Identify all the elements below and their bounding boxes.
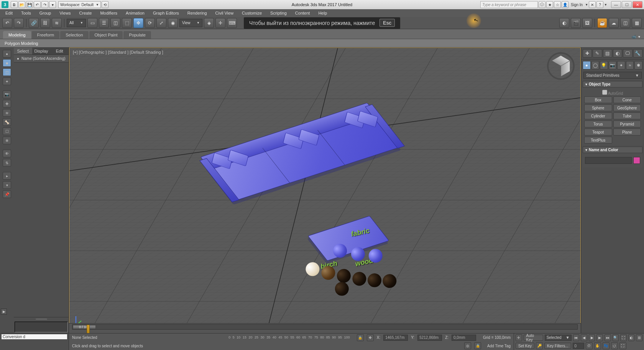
object-name-input[interactable] <box>585 157 632 164</box>
autokey-button[interactable]: Auto Key <box>524 335 543 341</box>
explorer-list[interactable] <box>14 63 69 317</box>
rendered-frame-icon[interactable]: 🖼 <box>582 18 592 28</box>
primitive-category-dropdown[interactable]: Standard Primitives▼ <box>583 72 642 79</box>
addtime-label[interactable]: Add Time Tag <box>487 344 511 348</box>
select-object-icon[interactable]: ▭ <box>87 18 97 28</box>
prev-frame-icon[interactable]: ◀ <box>581 334 587 341</box>
explorer-filter-spacewarp-icon[interactable]: ≋ <box>3 109 11 117</box>
explorer-header[interactable]: ● Name (Sorted Ascending) <box>14 55 69 63</box>
selection-lock-icon[interactable]: 🔒 <box>474 342 481 349</box>
menu-tools[interactable]: Tools <box>17 10 35 16</box>
explorer-display-icon[interactable]: 👁 <box>3 150 11 157</box>
menu-create[interactable]: Create <box>75 10 95 16</box>
cat-cameras-icon[interactable]: 📷 <box>609 61 617 69</box>
cat-shapes-icon[interactable]: ◯ <box>591 61 600 69</box>
menu-help[interactable]: Help <box>314 10 331 16</box>
nav-maximize-icon[interactable]: ⛶ <box>619 342 626 349</box>
redo-icon[interactable]: ↷ <box>14 18 24 28</box>
menu-modifiers[interactable]: Modifiers <box>96 10 121 16</box>
cp-hierarchy-icon[interactable]: ▤ <box>603 49 612 58</box>
project-icon[interactable]: ▾ <box>49 1 56 8</box>
explorer-pin-icon[interactable]: 📌 <box>3 190 11 198</box>
obj-sphere-button[interactable]: Sphere <box>584 104 612 111</box>
next-frame-icon[interactable]: ▶ <box>596 334 603 341</box>
material-editor-icon[interactable]: ◐ <box>559 18 569 28</box>
goto-start-icon[interactable]: ⏮ <box>573 334 580 341</box>
cp-modify-icon[interactable]: ✎ <box>593 49 602 58</box>
frame-input[interactable]: 0 <box>573 343 584 349</box>
favorite-icon[interactable]: ☆ <box>554 1 561 8</box>
ribbon-chevron-icon[interactable]: ▾ <box>638 35 640 39</box>
explorer-slot[interactable] <box>15 322 68 332</box>
keyboard-shortcut-icon[interactable]: ⌨ <box>227 18 237 28</box>
cat-systems-icon[interactable]: ✱ <box>634 61 642 69</box>
save-file-icon[interactable]: 💾 <box>26 1 33 8</box>
y-coord[interactable]: 5212,868m <box>417 335 442 341</box>
star-icon[interactable]: ★ <box>546 1 553 8</box>
new-file-icon[interactable]: 🗎 <box>11 1 18 8</box>
obj-teapot-button[interactable]: Teapot <box>584 129 612 135</box>
select-scale-icon[interactable]: ⤢ <box>156 18 166 28</box>
select-place-icon[interactable]: ◉ <box>168 18 178 28</box>
render-activeshade-icon[interactable]: ◫ <box>620 18 630 28</box>
obj-cone-button[interactable]: Cone <box>613 96 641 103</box>
select-region-icon[interactable]: ◫ <box>110 18 120 28</box>
nav-walk-icon[interactable]: 👣 <box>603 342 610 349</box>
menu-customize[interactable]: Customize <box>238 10 266 16</box>
undo-icon[interactable]: ↶ <box>2 18 12 28</box>
tab-modeling[interactable]: Modeling <box>3 31 31 39</box>
time-config-icon[interactable]: ⏱ <box>586 342 593 349</box>
obj-tube-button[interactable]: Tube <box>613 112 641 119</box>
cat-helpers-icon[interactable]: ✦ <box>617 61 625 69</box>
sofa-model[interactable] <box>216 135 393 177</box>
tab-object-paint[interactable]: Object Paint <box>89 31 123 39</box>
explorer-filter-shapes-icon[interactable]: ◫ <box>3 68 11 76</box>
link-icon[interactable]: 🔗 <box>29 18 39 28</box>
app-icon[interactable]: 3 <box>2 1 8 8</box>
menu-scripting[interactable]: Scripting <box>266 10 291 16</box>
timeline[interactable]: 0 / 100 <box>69 323 581 333</box>
bind-spacewarp-icon[interactable]: ≋ <box>52 18 62 28</box>
tab-freeform[interactable]: Freeform <box>32 31 60 39</box>
menu-views[interactable]: Views <box>56 10 74 16</box>
rollout-namecolor-header[interactable]: ▾Name and Color <box>583 147 642 153</box>
signin-label[interactable]: Sign In <box>571 3 583 7</box>
z-coord[interactable]: 0,0mm <box>452 335 476 341</box>
nav-zoom-all-icon[interactable]: ⛶ <box>620 334 627 341</box>
cat-geometry-icon[interactable]: ● <box>583 61 591 69</box>
menu-edit[interactable]: Edit <box>2 10 16 16</box>
obj-textplus-button[interactable]: TextPlus <box>584 137 612 144</box>
keyfilters-button[interactable]: Key Filters... <box>544 343 571 349</box>
nav-zoom-ext-icon[interactable]: ⊞ <box>636 334 642 341</box>
explorer-sync-icon[interactable]: ⇅ <box>3 159 11 167</box>
info-icon[interactable]: ⓘ <box>539 1 545 8</box>
cat-lights-icon[interactable]: 💡 <box>600 61 608 69</box>
tab-populate[interactable]: Populate <box>123 31 151 39</box>
menu-rendering[interactable]: Rendering <box>184 10 211 16</box>
object-color-swatch[interactable] <box>633 157 640 164</box>
workspace-dropdown[interactable]: Workspace: Default▼ <box>58 1 101 8</box>
render-iterative-icon[interactable]: ☁ <box>609 18 619 28</box>
lock-selection-icon[interactable]: 🔒 <box>357 334 364 341</box>
obj-geosphere-button[interactable]: GeoSphere <box>613 104 641 111</box>
explorer-filter-container-icon[interactable]: ☐ <box>3 127 11 135</box>
tab-selection[interactable]: Selection <box>60 31 88 39</box>
obj-box-button[interactable]: Box <box>584 96 612 103</box>
maximize-button[interactable]: ☐ <box>622 1 632 8</box>
workspace-reset-icon[interactable]: ⟲ <box>102 1 108 8</box>
selection-filter-dropdown[interactable]: All ▼ <box>67 19 86 27</box>
explorer-filter-all-icon[interactable]: ● <box>3 50 11 58</box>
menu-civil-view[interactable]: Civil View <box>212 10 237 16</box>
crosshair-icon[interactable]: ✛ <box>516 334 522 341</box>
explorer-filter-geom-icon[interactable]: ■ <box>3 59 11 67</box>
explorer-expand-icon[interactable]: ▸ <box>3 172 11 180</box>
render-setup-icon[interactable]: 🎬 <box>571 18 581 28</box>
search-input[interactable]: Type a keyword or phrase <box>480 1 538 8</box>
isolate-icon[interactable]: ◎ <box>464 342 471 349</box>
close-button[interactable]: ✕ <box>632 1 642 8</box>
help-icon[interactable]: ? <box>596 1 603 8</box>
explorer-tab-select[interactable]: Select <box>14 48 32 54</box>
nav-orbit-icon[interactable]: ⭯ <box>611 342 618 349</box>
cp-display-icon[interactable]: 🖵 <box>623 49 632 58</box>
keymode-dropdown[interactable]: Selected▼ <box>545 335 572 341</box>
